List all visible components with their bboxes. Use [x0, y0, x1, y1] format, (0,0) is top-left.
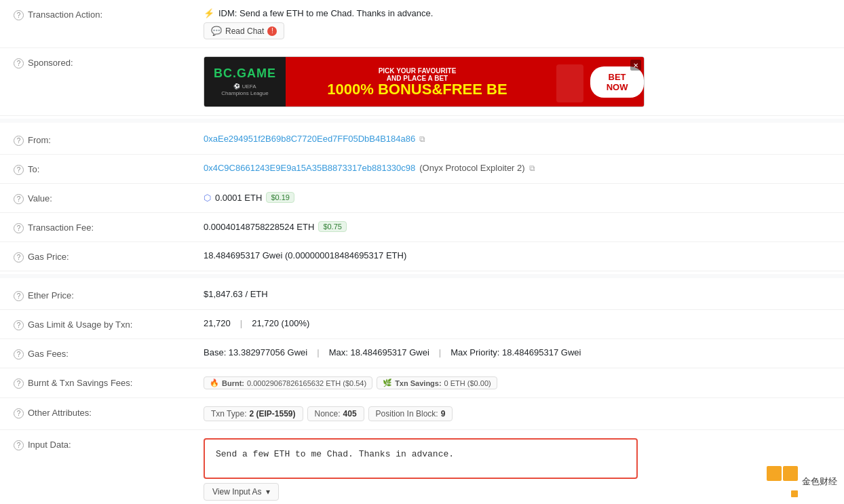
gas-limit-row: ? Gas Limit & Usage by Txn: 21,720 | 21,…: [0, 310, 844, 339]
gas-limit-label: ? Gas Limit & Usage by Txn:: [14, 318, 204, 330]
position-badge: Position In Block: 9: [368, 406, 453, 421]
watermark: 金色财经: [767, 466, 837, 497]
gas-price-label: ? Gas Price:: [14, 250, 204, 263]
input-data-label: ? Input Data:: [14, 438, 204, 450]
eth-icon: ⬡: [204, 193, 211, 203]
input-data-box: Send a few ETH to me Chad. Thanks in adv…: [204, 438, 638, 479]
transaction-fee-value: 0.00040148758228524 ETH $0.75: [204, 221, 830, 232]
watermark-logo: [767, 466, 798, 497]
leaf-icon: 🌿: [383, 379, 392, 387]
gas-limit-value: 21,720 | 21,720 (100%): [204, 318, 830, 328]
champions-text: ⚽ UEFA Champions League: [221, 83, 268, 96]
bet-now-button[interactable]: BET NOW: [590, 66, 644, 98]
other-attributes-value: Txn Type: 2 (EIP-1559) Nonce: 405 Positi…: [204, 406, 830, 421]
ether-price-label: ? Ether Price:: [14, 289, 204, 301]
ad-banner[interactable]: BC.GAME ⚽ UEFA Champions League PICK YOU…: [204, 56, 645, 107]
burnt-badge: 🔥 Burnt: 0.00029067826165632 ETH ($0.54): [204, 376, 372, 389]
help-icon-sponsored[interactable]: ?: [14, 58, 24, 69]
chevron-down-icon: ▾: [266, 487, 270, 497]
sponsored-label: ? Sponsored:: [14, 56, 204, 69]
transaction-fee-row: ? Transaction Fee: 0.00040148758228524 E…: [0, 213, 844, 242]
ad-bonus: 1000% BONUS&FREE BE: [327, 82, 507, 97]
separator3: |: [434, 347, 446, 357]
ad-middle-section: PICK YOUR FAVOURITE AND PLACE A BET 1000…: [286, 57, 549, 106]
other-attributes-label: ? Other Attributes:: [14, 406, 204, 419]
from-value: 0xaEe294951f2B69b8C7720Eed7FF05DbB4B184a…: [204, 134, 830, 144]
help-icon[interactable]: ?: [14, 10, 24, 20]
transaction-action-value: ⚡ IDM: Send a few ETH to me Chad. Thanks…: [204, 8, 830, 39]
transaction-action-row: ? Transaction Action: ⚡ IDM: Send a few …: [0, 0, 844, 48]
wm-square-br: [791, 490, 798, 497]
help-icon-gas-fees[interactable]: ?: [14, 349, 24, 360]
help-icon-other[interactable]: ?: [14, 408, 24, 419]
from-label: ? From:: [14, 134, 204, 146]
ether-price-row: ? Ether Price: $1,847.63 / ETH: [0, 281, 844, 310]
error-dot: !: [267, 26, 277, 36]
to-label: ? To:: [14, 163, 204, 175]
wm-square-tl: [767, 466, 782, 481]
separator: |: [235, 318, 248, 328]
read-chat-button[interactable]: 💬 Read Chat !: [204, 22, 284, 39]
value-label: ? Value:: [14, 192, 204, 204]
chat-icon: 💬: [211, 26, 222, 36]
wm-square-tr: [783, 466, 798, 481]
copy-from-icon[interactable]: ⧉: [419, 134, 425, 144]
input-data-row: ? Input Data: Send a few ETH to me Chad.…: [0, 430, 844, 504]
input-data-value: Send a few ETH to me Chad. Thanks in adv…: [204, 438, 830, 501]
to-address-link[interactable]: 0x4C9C8661243E9E9a15A35B8873317eb881330c…: [204, 163, 415, 173]
burnt-fees-row: ? Burnt & Txn Savings Fees: 🔥 Burnt: 0.0…: [0, 368, 844, 398]
watermark-text: 金色财经: [802, 476, 837, 488]
bc-logo: BC.GAME: [214, 66, 276, 81]
transaction-fee-label: ? Transaction Fee:: [14, 221, 204, 233]
flame-icon: 🔥: [210, 379, 219, 387]
copy-to-icon[interactable]: ⧉: [529, 163, 535, 173]
help-icon-ether-price[interactable]: ?: [14, 291, 24, 301]
to-row: ? To: 0x4C9C8661243E9E9a15A35B8873317eb8…: [0, 155, 844, 184]
value-usd-badge: $0.19: [266, 192, 294, 203]
ad-headline1: PICK YOUR FAVOURITE: [379, 67, 457, 75]
lightning-icon: ⚡: [204, 8, 214, 18]
ether-price-value: $1,847.63 / ETH: [204, 289, 830, 299]
gas-price-row: ? Gas Price: 18.484695317 Gwei (0.000000…: [0, 242, 844, 271]
help-icon-gas-limit[interactable]: ?: [14, 320, 24, 330]
value-row: ? Value: ⬡ 0.0001 ETH $0.19: [0, 184, 844, 213]
help-icon-from[interactable]: ?: [14, 136, 24, 146]
gas-price-value: 18.484695317 Gwei (0.000000018484695317 …: [204, 250, 830, 260]
transaction-action-label: ? Transaction Action:: [14, 8, 204, 20]
gas-fees-label: ? Gas Fees:: [14, 347, 204, 360]
separator2: |: [311, 347, 324, 357]
ad-left-section: BC.GAME ⚽ UEFA Champions League: [204, 57, 286, 106]
gas-fees-row: ? Gas Fees: Base: 13.382977056 Gwei | Ma…: [0, 339, 844, 368]
help-icon-input[interactable]: ?: [14, 440, 24, 450]
ad-close-button[interactable]: ✕: [630, 60, 641, 71]
from-row: ? From: 0xaEe294951f2B69b8C7720Eed7FF05D…: [0, 125, 844, 155]
other-attributes-row: ? Other Attributes: Txn Type: 2 (EIP-155…: [0, 398, 844, 430]
to-value: 0x4C9C8661243E9E9a15A35B8873317eb881330c…: [204, 163, 830, 173]
burnt-fees-label: ? Burnt & Txn Savings Fees:: [14, 376, 204, 389]
txn-savings-badge: 🌿 Txn Savings: 0 ETH ($0.00): [377, 376, 497, 389]
sponsored-row: ? Sponsored: BC.GAME ⚽ UEFA Champions Le…: [0, 48, 844, 116]
help-icon-fee[interactable]: ?: [14, 223, 24, 233]
txn-type-badge: Txn Type: 2 (EIP-1559): [204, 406, 303, 421]
fee-usd-badge: $0.75: [318, 221, 347, 232]
help-icon-burnt[interactable]: ?: [14, 379, 24, 389]
help-icon-value[interactable]: ?: [14, 194, 24, 204]
help-icon-gas-price[interactable]: ?: [14, 252, 24, 263]
ad-right-section: BET NOW: [549, 57, 644, 106]
sponsored-value: BC.GAME ⚽ UEFA Champions League PICK YOU…: [204, 56, 830, 107]
nonce-badge: Nonce: 405: [307, 406, 364, 421]
from-address-link[interactable]: 0xaEe294951f2B69b8C7720Eed7FF05DbB4B184a…: [204, 134, 415, 144]
burnt-fees-value: 🔥 Burnt: 0.00029067826165632 ETH ($0.54)…: [204, 376, 830, 389]
help-icon-to[interactable]: ?: [14, 165, 24, 175]
value-value: ⬡ 0.0001 ETH $0.19: [204, 192, 830, 203]
gas-fees-value: Base: 13.382977056 Gwei | Max: 18.484695…: [204, 347, 830, 357]
view-input-as-button[interactable]: View Input As ▾: [204, 483, 279, 501]
